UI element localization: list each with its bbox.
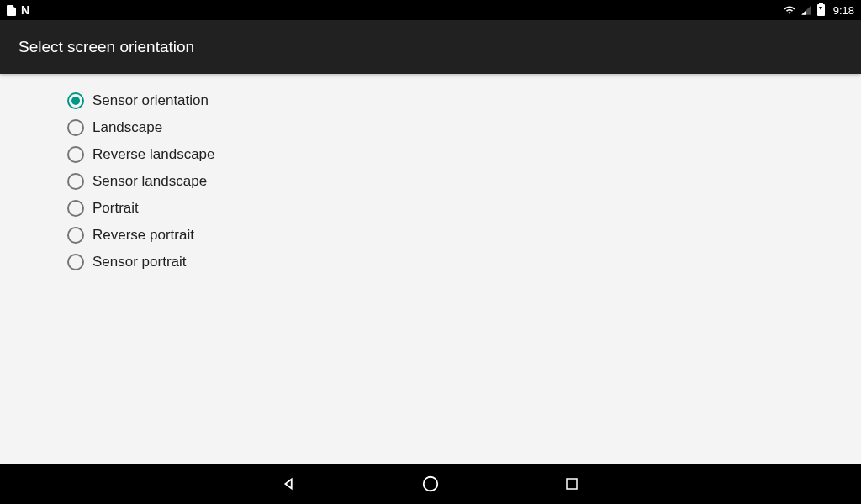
svg-rect-1 xyxy=(567,479,577,489)
radio-label: Sensor portrait xyxy=(92,254,187,270)
radio-label: Sensor landscape xyxy=(92,173,207,190)
radio-unselected-icon xyxy=(67,146,84,163)
radio-label: Sensor orientation xyxy=(92,92,209,109)
sd-card-icon xyxy=(7,5,16,16)
radio-label: Landscape xyxy=(92,119,162,136)
wifi-icon xyxy=(784,4,795,16)
radio-unselected-icon xyxy=(67,119,84,136)
radio-unselected-icon xyxy=(67,254,84,270)
back-button[interactable] xyxy=(277,472,301,496)
radio-option[interactable]: Sensor orientation xyxy=(67,87,861,114)
svg-point-0 xyxy=(424,477,438,491)
radio-option[interactable]: Landscape xyxy=(67,114,861,141)
navigation-bar xyxy=(0,464,861,504)
home-button[interactable] xyxy=(419,472,442,496)
radio-label: Reverse portrait xyxy=(92,227,194,244)
n-icon: N xyxy=(21,3,29,17)
battery-charging-icon xyxy=(817,4,825,16)
radio-option[interactable]: Sensor portrait xyxy=(67,249,861,276)
radio-unselected-icon xyxy=(67,227,84,244)
status-clock: 9:18 xyxy=(833,4,854,17)
radio-selected-icon xyxy=(67,92,84,109)
options-list: Sensor orientationLandscapeReverse lands… xyxy=(0,74,861,276)
status-bar: N 9:18 xyxy=(0,0,861,20)
radio-option[interactable]: Sensor landscape xyxy=(67,168,861,195)
status-left: N xyxy=(7,3,29,17)
radio-option[interactable]: Reverse portrait xyxy=(67,222,861,249)
radio-label: Portrait xyxy=(92,200,139,217)
radio-option[interactable]: Portrait xyxy=(67,195,861,222)
status-right: 9:18 xyxy=(784,4,854,17)
radio-label: Reverse landscape xyxy=(92,146,215,163)
app-bar: Select screen orientation xyxy=(0,20,861,74)
recent-apps-button[interactable] xyxy=(560,472,584,496)
page-title: Select screen orientation xyxy=(18,38,194,56)
radio-unselected-icon xyxy=(67,173,84,190)
radio-unselected-icon xyxy=(67,200,84,217)
radio-option[interactable]: Reverse landscape xyxy=(67,141,861,168)
signal-icon xyxy=(800,4,812,16)
